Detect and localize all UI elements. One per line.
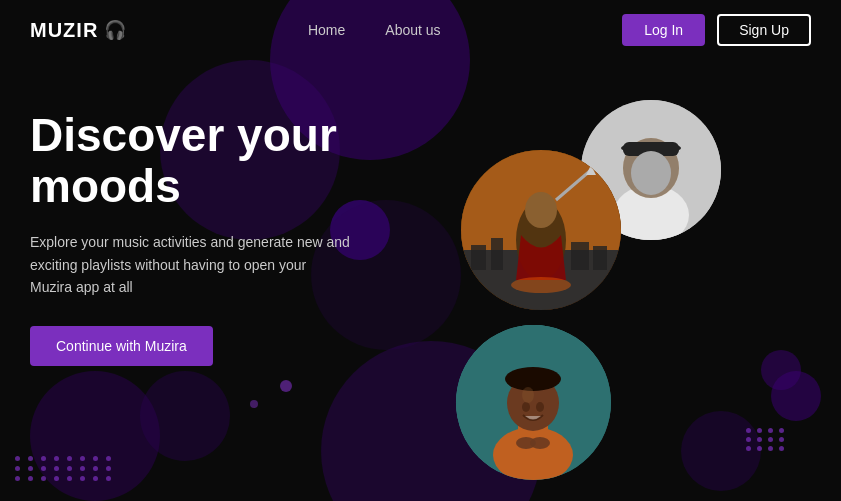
signup-button[interactable]: Sign Up <box>717 14 811 46</box>
headphones-icon: 🎧 <box>104 19 126 41</box>
nav-links: Home About us <box>308 22 441 38</box>
svg-rect-16 <box>491 238 503 270</box>
svg-rect-17 <box>571 242 589 270</box>
nav-link-about[interactable]: About us <box>385 22 440 38</box>
svg-point-23 <box>522 402 530 412</box>
logo-text: MUZIR <box>30 19 98 42</box>
artist-image-2 <box>461 150 621 310</box>
svg-rect-18 <box>593 246 607 270</box>
artist-image-3 <box>456 325 611 480</box>
svg-point-24 <box>536 402 544 412</box>
navbar: MUZIR 🎧 Home About us Log In Sign Up <box>0 0 841 60</box>
nav-link-home[interactable]: Home <box>308 22 345 38</box>
svg-point-28 <box>522 387 534 403</box>
svg-point-6 <box>631 151 671 195</box>
svg-rect-15 <box>471 245 486 270</box>
logo: MUZIR 🎧 <box>30 19 126 42</box>
hero-subtitle: Explore your music activities and genera… <box>30 231 350 298</box>
svg-point-25 <box>505 367 561 391</box>
svg-point-14 <box>511 277 571 293</box>
svg-point-27 <box>530 437 550 449</box>
nav-buttons: Log In Sign Up <box>622 14 811 46</box>
svg-point-11 <box>525 192 557 228</box>
hero-images <box>341 60 841 501</box>
login-button[interactable]: Log In <box>622 14 705 46</box>
hero-section: Discover your moods Explore your music a… <box>0 60 841 501</box>
cta-button[interactable]: Continue with Muzira <box>30 326 213 366</box>
